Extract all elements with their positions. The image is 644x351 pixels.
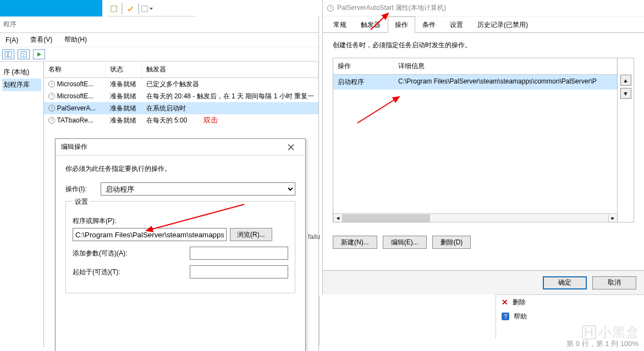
col-detail[interactable]: 详细信息 bbox=[394, 58, 617, 74]
args-label: 添加参数(可选)(A): bbox=[73, 249, 139, 258]
actions-list-box: 操作 详细信息 启动程序 C:\Program Files\PalServer\… bbox=[333, 58, 634, 222]
tab-actions[interactable]: 操作 bbox=[388, 16, 415, 33]
properties-title-text: PalServerAutoStart 属性(本地计算机) bbox=[337, 3, 446, 13]
text-fragment: failu bbox=[308, 233, 320, 241]
action-select[interactable]: 启动程序 bbox=[101, 182, 295, 196]
col-header-name[interactable]: 名称 bbox=[44, 62, 106, 77]
side-delete[interactable]: ✕删除 bbox=[496, 295, 644, 309]
scheduler-titlebar: 程序 bbox=[0, 16, 318, 33]
side-help[interactable]: ?帮助 bbox=[496, 309, 644, 324]
delete-icon: ✕ bbox=[502, 298, 508, 307]
task-row[interactable]: MicrosoftE... 准备就绪 已定义多个触发器 bbox=[44, 78, 318, 90]
nav-tree: 序 (本地) 划程序库 bbox=[0, 62, 44, 347]
new-action-button[interactable]: 新建(N)... bbox=[333, 236, 377, 249]
help-icon: ? bbox=[502, 313, 509, 320]
properties-tabs: 常规 触发器 操作 条件 设置 历史记录(已禁用) bbox=[323, 16, 644, 33]
tree-library[interactable]: 划程序库 bbox=[2, 79, 41, 91]
action-buttons-row: 新建(N)... 编辑(E)... 删除(D) bbox=[323, 230, 644, 254]
statusbar-fragment: 第 0 行，第 1 列 100% bbox=[566, 339, 639, 349]
icon-bar: ? bbox=[0, 47, 318, 62]
menu-bar: F(A) 查看(V) 帮助(H) bbox=[0, 33, 318, 47]
ok-button[interactable]: 确定 bbox=[543, 276, 587, 289]
program-label: 程序或脚本(P): bbox=[73, 216, 288, 226]
startin-label: 起始于(可选)(T): bbox=[73, 268, 139, 277]
properties-titlebar[interactable]: PalServerAutoStart 属性(本地计算机) bbox=[323, 0, 644, 16]
toolbar-btn-1[interactable] bbox=[107, 3, 120, 15]
svg-marker-6 bbox=[37, 52, 41, 57]
clock-icon bbox=[48, 93, 55, 99]
col-operation[interactable]: 操作 bbox=[333, 58, 394, 74]
reorder-buttons: ▲ ▼ bbox=[617, 58, 634, 222]
startin-input[interactable] bbox=[190, 265, 288, 278]
clock-icon bbox=[48, 81, 55, 87]
col-header-status[interactable]: 状态 bbox=[106, 62, 142, 77]
edit-action-dialog: 编辑操作 你必须为此任务指定要执行的操作。 操作(I): 启动程序 设置 程序或… bbox=[55, 138, 306, 351]
iconbar-btn-2[interactable]: ? bbox=[18, 49, 30, 59]
clock-icon bbox=[327, 5, 334, 12]
dialog-titlebar[interactable]: 编辑操作 bbox=[56, 139, 305, 155]
dialog-footer: 确定 取消 bbox=[323, 270, 644, 294]
svg-rect-0 bbox=[111, 5, 117, 12]
horizontal-scrollbar[interactable]: ◄► bbox=[333, 213, 617, 222]
program-input[interactable] bbox=[73, 228, 227, 241]
task-list-header: 名称 状态 触发器 bbox=[44, 62, 318, 78]
tree-root[interactable]: 序 (本地) bbox=[2, 66, 41, 79]
task-row-selected[interactable]: PalServerA... 准备就绪 在系统启动时 bbox=[44, 102, 318, 114]
tab-history[interactable]: 历史记录(已禁用) bbox=[470, 16, 535, 33]
action-row[interactable]: 启动程序 C:\Program Files\PalServer\steam\st… bbox=[333, 75, 617, 90]
toolbar-btn-2[interactable] bbox=[124, 3, 137, 15]
dialog-instruction: 你必须为此任务指定要执行的操作。 bbox=[65, 164, 295, 174]
quick-toolbar bbox=[107, 1, 195, 16]
iconbar-run[interactable] bbox=[33, 49, 45, 59]
actions-header: 操作 详细信息 bbox=[333, 58, 617, 75]
clock-icon bbox=[48, 105, 55, 112]
task-properties-dialog: PalServerAutoStart 属性(本地计算机) 常规 触发器 操作 条… bbox=[322, 0, 644, 294]
clock-icon bbox=[48, 117, 55, 124]
svg-rect-2 bbox=[5, 52, 8, 57]
move-up-button[interactable]: ▲ bbox=[620, 75, 631, 86]
browse-button[interactable]: 浏览(R)... bbox=[230, 228, 272, 241]
iconbar-btn-1[interactable] bbox=[2, 49, 14, 59]
tab-conditions[interactable]: 条件 bbox=[415, 16, 443, 33]
window-accent-bar bbox=[0, 0, 102, 16]
annotation-doubleclick: 双击 bbox=[203, 115, 218, 125]
menu-file[interactable]: F(A) bbox=[3, 35, 20, 45]
menu-help[interactable]: 帮助(H) bbox=[62, 34, 89, 46]
menu-view[interactable]: 查看(V) bbox=[28, 34, 54, 46]
toolbar-dropdown[interactable] bbox=[140, 3, 153, 15]
svg-text:?: ? bbox=[22, 52, 25, 58]
cancel-button[interactable]: 取消 bbox=[592, 276, 636, 289]
settings-legend: 设置 bbox=[73, 197, 90, 207]
task-row[interactable]: MicrosoftE... 准备就绪 在每天的 20:48 - 触发后，在 1 … bbox=[44, 90, 318, 102]
edit-action-button[interactable]: 编辑(E)... bbox=[383, 236, 427, 249]
close-button[interactable] bbox=[280, 141, 302, 153]
tab-triggers[interactable]: 触发器 bbox=[354, 16, 388, 33]
task-row[interactable]: TATbaoRe... 准备就绪 在每天的 5:00 bbox=[44, 114, 318, 126]
tab-general[interactable]: 常规 bbox=[326, 16, 354, 33]
col-header-trigger[interactable]: 触发器 bbox=[142, 62, 318, 77]
tab-settings[interactable]: 设置 bbox=[443, 16, 470, 33]
args-input[interactable] bbox=[190, 247, 288, 260]
move-down-button[interactable]: ▼ bbox=[620, 88, 631, 99]
delete-action-button[interactable]: 删除(D) bbox=[432, 236, 471, 249]
divider bbox=[319, 297, 320, 346]
actions-hint: 创建任务时，必须指定任务启动时发生的操作。 bbox=[333, 41, 634, 50]
dialog-title: 编辑操作 bbox=[61, 142, 87, 152]
svg-rect-3 bbox=[8, 52, 12, 57]
svg-rect-1 bbox=[142, 5, 148, 12]
action-label: 操作(I): bbox=[65, 185, 101, 194]
